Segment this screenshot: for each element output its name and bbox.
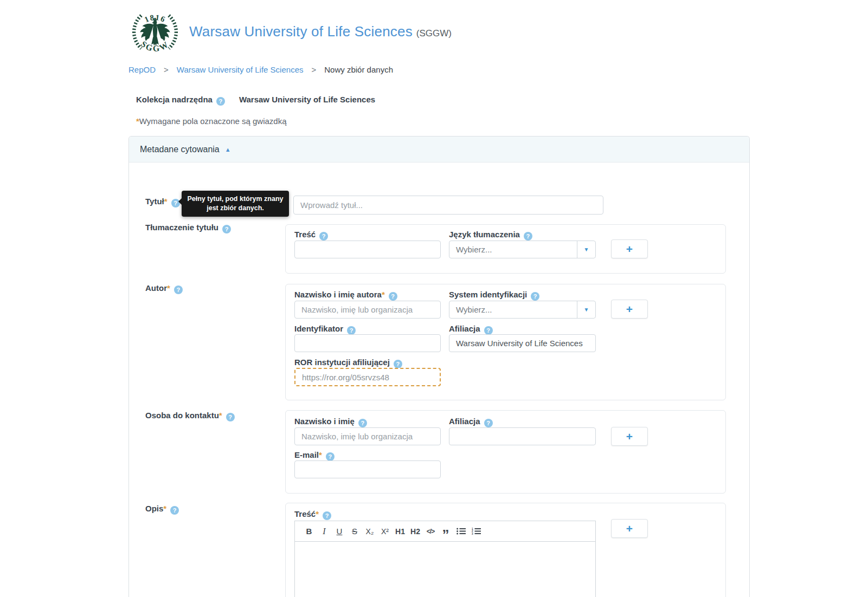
translation-language-label: Język tłumaczenia? <box>449 230 532 241</box>
bullet-list-icon[interactable] <box>454 524 467 538</box>
author-affiliation-input[interactable] <box>449 334 596 352</box>
help-icon[interactable]: ? <box>226 413 235 421</box>
blockquote-icon[interactable]: ” <box>439 524 452 538</box>
help-icon[interactable]: ? <box>174 285 183 294</box>
help-icon[interactable]: ? <box>484 326 493 335</box>
collapse-section-icon[interactable]: ▲ <box>225 146 231 153</box>
strikethrough-icon[interactable]: S <box>348 524 361 538</box>
heading1-icon[interactable]: H1 <box>394 524 407 538</box>
field-label-author: Autor*? <box>145 283 183 294</box>
description-content-area[interactable] <box>295 542 595 597</box>
add-author-button[interactable]: + <box>611 300 648 319</box>
parent-collection-row: Kolekcja nadrzędna?Warsaw University of … <box>136 95 375 106</box>
help-icon[interactable]: ? <box>319 232 328 241</box>
required-note-text: Wymagane pola oznaczone są gwiazdką <box>139 116 287 126</box>
author-group: Nazwisko i imię autora*? System identyfi… <box>285 284 726 400</box>
title-translation-group: Treść? Język tłumaczenia? Wybierz... ▼ + <box>285 224 726 274</box>
code-icon[interactable]: </> <box>424 524 437 538</box>
breadcrumb-separator: > <box>311 65 316 74</box>
contact-name-input[interactable] <box>294 427 441 445</box>
breadcrumb-separator: > <box>164 65 169 74</box>
help-icon[interactable]: ? <box>170 506 179 515</box>
page-title: Warsaw University of Life Sciences(SGGW) <box>189 23 452 40</box>
plus-icon: + <box>626 243 633 255</box>
help-icon[interactable]: ? <box>484 419 493 427</box>
contact-affiliation-input[interactable] <box>449 427 596 445</box>
caret-down-icon[interactable]: ▼ <box>577 301 595 318</box>
author-identifier-label: Identyfikator? <box>294 324 356 335</box>
sggw-seal-icon: 1816 SGGW <box>128 5 182 59</box>
parent-collection-label: Kolekcja nadrzędna <box>136 95 213 104</box>
breadcrumb: RepOD>Warsaw University of Life Sciences… <box>128 65 393 74</box>
help-icon[interactable]: ? <box>323 511 331 520</box>
breadcrumb-current: Nowy zbiór danych <box>324 65 393 74</box>
superscript-icon[interactable]: X² <box>378 524 391 538</box>
breadcrumb-collection-link[interactable]: Warsaw University of Life Sciences <box>177 65 304 74</box>
numbered-list-icon[interactable]: 1 2 3 <box>470 524 483 538</box>
tooltip-arrow-icon <box>178 198 182 205</box>
contact-group: Nazwisko i imię? Afiliacja? + E-mail*? <box>285 410 726 494</box>
contact-name-label: Nazwisko i imię? <box>294 417 367 427</box>
section-title: Metadane cytowania <box>140 145 220 154</box>
add-description-button[interactable]: + <box>611 519 648 538</box>
description-group: Treść*? B I U S X₂ X² H1 H2 </> ” <box>285 503 726 597</box>
translation-content-input[interactable] <box>294 241 441 258</box>
underline-icon[interactable]: U <box>333 524 346 538</box>
author-identifier-input[interactable] <box>294 334 441 352</box>
title-tooltip: Pełny tytuł, pod którym znany jest zbiór… <box>182 191 289 217</box>
add-contact-button[interactable]: + <box>611 427 648 446</box>
help-icon[interactable]: ? <box>326 452 335 461</box>
required-note: *Wymagane pola oznaczone są gwiazdką <box>136 116 287 126</box>
tooltip-text: Pełny tytuł, pod którym znany jest zbiór… <box>187 195 283 212</box>
description-rich-text-editor: B I U S X₂ X² H1 H2 </> ” <box>294 521 596 597</box>
author-id-system-label: System identyfikacji? <box>449 290 539 301</box>
caret-down-icon[interactable]: ▼ <box>577 241 595 258</box>
author-ror-input[interactable] <box>294 368 441 386</box>
author-name-label: Nazwisko i imię autora*? <box>294 290 397 301</box>
section-header[interactable]: Metadane cytowania ▲ <box>129 137 749 163</box>
subscript-icon[interactable]: X₂ <box>363 524 376 538</box>
add-translation-button[interactable]: + <box>611 239 648 258</box>
plus-icon: + <box>626 431 633 442</box>
help-icon[interactable]: ? <box>347 326 356 335</box>
help-icon[interactable]: ? <box>524 232 532 241</box>
help-icon[interactable]: ? <box>222 225 231 233</box>
field-label-title-translation: Tłumaczenie tytułu? <box>145 223 231 233</box>
heading2-icon[interactable]: H2 <box>409 524 422 538</box>
help-icon[interactable]: ? <box>216 97 225 106</box>
plus-icon: + <box>626 523 633 534</box>
university-title: Warsaw University of Life Sciences <box>189 23 413 40</box>
contact-email-input[interactable] <box>294 460 441 478</box>
contact-email-label: E-mail*? <box>294 450 335 461</box>
contact-affiliation-label: Afiliacja? <box>449 417 493 427</box>
translation-language-select[interactable]: Wybierz... ▼ <box>449 241 596 258</box>
section-body: Tytuł*? Pełny tytuł, pod którym znany je… <box>129 163 749 597</box>
university-logo: 1816 SGGW <box>128 5 182 59</box>
university-abbr: (SGGW) <box>416 28 452 38</box>
help-icon[interactable]: ? <box>394 360 402 368</box>
author-affiliation-label: Afiliacja? <box>449 324 493 335</box>
title-input[interactable] <box>293 196 603 215</box>
field-label-contact: Osoba do kontaktu*? <box>145 411 235 421</box>
field-label-description: Opis*? <box>145 504 179 515</box>
author-name-input[interactable] <box>294 301 441 319</box>
help-icon[interactable]: ? <box>531 292 539 301</box>
svg-text:3: 3 <box>472 533 473 535</box>
author-ror-label: ROR instytucji afiliującej? <box>294 358 402 368</box>
plus-icon: + <box>626 303 633 315</box>
citation-metadata-card: Metadane cytowania ▲ Tytuł*? Pełny tytuł… <box>128 136 750 597</box>
parent-collection-value: Warsaw University of Life Sciences <box>239 95 375 104</box>
breadcrumb-repod-link[interactable]: RepOD <box>128 65 156 74</box>
italic-icon[interactable]: I <box>318 524 331 538</box>
bold-icon[interactable]: B <box>303 524 316 538</box>
description-content-label: Treść*? <box>294 509 331 520</box>
repod-new-dataset-page: 1816 SGGW Warsaw University of Life Scie… <box>0 0 868 597</box>
help-icon[interactable]: ? <box>358 419 367 427</box>
author-id-system-select[interactable]: Wybierz... ▼ <box>449 301 596 319</box>
editor-toolbar: B I U S X₂ X² H1 H2 </> ” <box>295 521 595 542</box>
translation-content-label: Treść? <box>294 230 328 241</box>
field-label-title: Tytuł*? <box>145 197 180 207</box>
help-icon[interactable]: ? <box>389 292 397 301</box>
